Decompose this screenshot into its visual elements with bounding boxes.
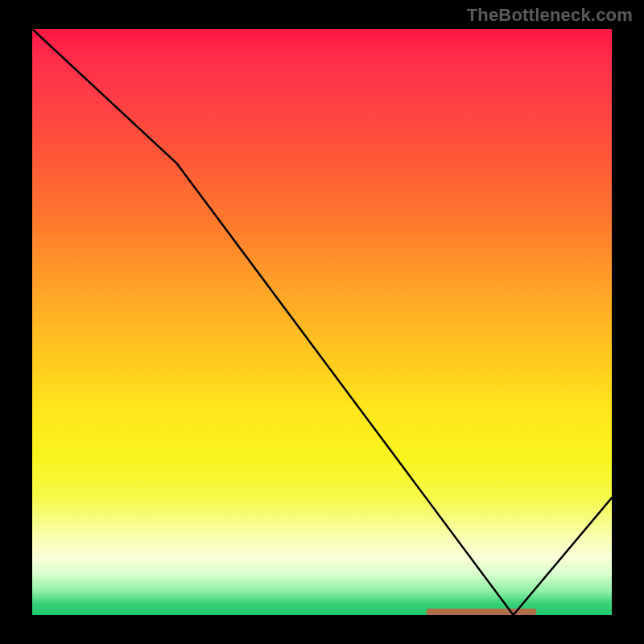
plot-area xyxy=(32,29,612,615)
chart-frame: TheBottleneck.com xyxy=(0,0,644,644)
bottleneck-curve xyxy=(32,29,612,615)
attribution-text: TheBottleneck.com xyxy=(467,5,633,26)
chart-svg xyxy=(32,29,612,615)
optimal-range-marker xyxy=(427,609,537,615)
